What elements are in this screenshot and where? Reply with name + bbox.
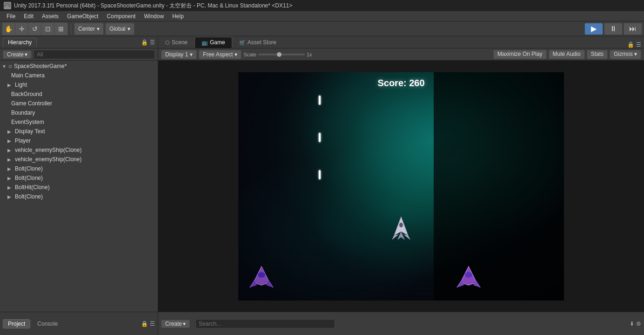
hierarchy-item-boundary[interactable]: Boundary — [0, 108, 158, 117]
expand-arrow-icon: ▶ — [7, 129, 11, 134]
aspect-dropdown[interactable]: Free Aspect ▾ — [199, 50, 242, 59]
hierarchy-item-background[interactable]: BackGround — [0, 89, 158, 99]
item-label: Bolt(Clone) — [15, 193, 43, 200]
bottom-create-button[interactable]: Create ▾ — [161, 320, 190, 328]
scale-tool[interactable]: ⊡ — [41, 23, 54, 35]
bottom-search-input[interactable] — [195, 319, 335, 328]
menu-gameobject[interactable]: GameObject — [63, 12, 102, 21]
unity-logo-icon: 🎮 — [4, 2, 11, 9]
expand-arrow-icon: ▶ — [7, 176, 11, 181]
svg-point-4 — [399, 223, 403, 227]
bottom-settings-icon[interactable]: ⚙ — [636, 321, 641, 327]
hand-tool[interactable]: ✋ — [2, 23, 15, 35]
item-label: Bolt(Clone) — [15, 165, 43, 172]
pause-button[interactable]: ⏸ — [604, 23, 623, 35]
stats-button[interactable]: Stats — [587, 50, 608, 59]
hierarchy-item-bolt3[interactable]: ▶ Bolt(Clone) — [0, 192, 158, 201]
enemy-ship-1 — [248, 262, 275, 291]
scale-slider-thumb[interactable] — [277, 52, 282, 57]
center-menu-icon[interactable]: ☰ — [636, 41, 641, 48]
item-label: Boundary — [11, 109, 35, 116]
titlebar: 🎮 Unity 2017.3.1f1 Personal (64bit) - Sp… — [0, 0, 644, 11]
tab-game[interactable]: 📺 Game — [195, 37, 232, 48]
scene-tab-icon: ⬡ — [165, 40, 170, 46]
display-dropdown[interactable]: Display 1 ▾ — [161, 50, 197, 59]
svg-marker-2 — [392, 234, 399, 240]
tab-scene[interactable]: ⬡ Scene — [158, 37, 195, 48]
scale-control: Scale 1x — [243, 52, 312, 57]
hierarchy-item-bolthit[interactable]: ▶ BoltHit(Clone) — [0, 183, 158, 192]
hierarchy-item-player[interactable]: ▶ Player — [0, 136, 158, 145]
item-label: Player — [15, 137, 31, 144]
chevron-down-icon: ▾ — [235, 51, 237, 58]
menu-help[interactable]: Help — [168, 12, 188, 21]
game-right-buttons: Maximize On Play Mute Audio Stats Gizmos… — [493, 50, 641, 59]
rect-tool[interactable]: ⊞ — [54, 23, 67, 35]
item-label: BoltHit(Clone) — [15, 184, 50, 191]
hierarchy-item-display-text[interactable]: ▶ Display Text — [0, 127, 158, 136]
bottom-right-area: ⬇ ⚙ — [627, 312, 644, 335]
svg-point-5 — [258, 272, 265, 278]
hierarchy-item-main-camera[interactable]: Main Camera — [0, 71, 158, 80]
gizmos-button[interactable]: Gizmos ▾ — [610, 50, 641, 59]
hierarchy-item-eventsystem[interactable]: EventSystem — [0, 117, 158, 127]
item-label: Light — [15, 82, 27, 88]
menu-window[interactable]: Window — [140, 12, 168, 21]
hierarchy-lock-icon[interactable]: 🔒 — [141, 39, 148, 46]
menubar: File Edit Assets GameObject Component Wi… — [0, 11, 644, 21]
play-button[interactable]: ▶ — [584, 23, 603, 35]
global-dropdown[interactable]: Global ▾ — [105, 23, 134, 35]
hierarchy-item-scene[interactable]: ▼ ⊙ SpaceShooterGame* — [0, 62, 158, 71]
rotate-tool[interactable]: ↺ — [28, 23, 41, 35]
hierarchy-item-bolt2[interactable]: ▶ Bolt(Clone) — [0, 173, 158, 183]
chevron-down-icon: ▾ — [634, 51, 637, 57]
item-label: Bolt(Clone) — [15, 175, 43, 181]
hierarchy-item-light[interactable]: ▶ Light — [0, 80, 158, 89]
item-label: Display Text — [15, 128, 45, 135]
bottom-panel: Project Console 🔒 ☰ Create ▾ ⬇ ⚙ — [0, 312, 644, 335]
center-lock-icon[interactable]: 🔒 — [627, 41, 634, 48]
hierarchy-menu-icon[interactable]: ☰ — [150, 39, 155, 46]
bottom-menu-icon[interactable]: ☰ — [150, 321, 155, 327]
menu-file[interactable]: File — [3, 12, 19, 21]
hierarchy-item-enemy1[interactable]: ▶ vehicle_enemyShip(Clone) — [0, 145, 158, 155]
tab-hierarchy[interactable]: Hierarchy — [3, 38, 37, 47]
game-toolbar: Display 1 ▾ Free Aspect ▾ Scale 1x Maxim… — [158, 48, 644, 61]
hierarchy-search[interactable] — [34, 50, 155, 59]
scene-icon: ⊙ — [8, 64, 12, 69]
maximize-on-play-button[interactable]: Maximize On Play — [493, 50, 547, 59]
hierarchy-item-bolt1[interactable]: ▶ Bolt(Clone) — [0, 164, 158, 173]
bottom-download-icon[interactable]: ⬇ — [630, 321, 634, 327]
item-label: Game Controller — [11, 100, 52, 107]
hierarchy-toolbar: Create ▾ — [0, 48, 158, 61]
chevron-down-icon: ▾ — [25, 51, 27, 58]
game-view: Score: 260 — [158, 61, 644, 312]
item-label: vehicle_enemyShip(Clone) — [15, 147, 81, 153]
tab-project[interactable]: Project — [3, 319, 30, 328]
create-button[interactable]: Create ▾ — [3, 50, 32, 59]
play-controls: ▶ ⏸ ⏭ — [584, 23, 642, 35]
chevron-down-icon: ▾ — [183, 321, 186, 327]
player-ship — [392, 217, 410, 240]
step-button[interactable]: ⏭ — [624, 23, 642, 35]
move-tool[interactable]: ✛ — [15, 23, 28, 35]
item-label: EventSystem — [11, 119, 44, 125]
tab-console[interactable]: Console — [32, 319, 63, 328]
bolt-1 — [319, 96, 321, 105]
scale-slider-track[interactable] — [258, 54, 305, 55]
score-display: Score: 260 — [377, 78, 424, 89]
scene-label: SpaceShooterGame* — [14, 63, 67, 69]
menu-component[interactable]: Component — [103, 12, 139, 21]
menu-edit[interactable]: Edit — [20, 12, 37, 21]
hierarchy-item-game-controller[interactable]: Game Controller — [0, 99, 158, 108]
center-tabs: ⬡ Scene 📺 Game 🛒 Asset Store 🔒 ☰ — [158, 36, 644, 48]
mute-audio-button[interactable]: Mute Audio — [549, 50, 585, 59]
game-tab-icon: 📺 — [201, 40, 208, 46]
svg-marker-3 — [403, 234, 410, 240]
bottom-lock-icon[interactable]: 🔒 — [141, 321, 148, 327]
expand-arrow-icon: ▶ — [7, 166, 11, 171]
menu-assets[interactable]: Assets — [38, 12, 62, 21]
center-dropdown[interactable]: Center ▾ — [74, 23, 104, 35]
tab-asset-store[interactable]: 🛒 Asset Store — [232, 37, 283, 48]
hierarchy-item-enemy2[interactable]: ▶ vehicle_enemyShip(Clone) — [0, 155, 158, 164]
